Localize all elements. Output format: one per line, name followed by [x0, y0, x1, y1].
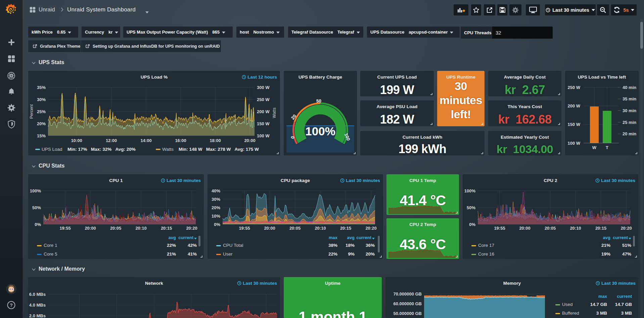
svg-text:100%: 100% — [464, 188, 476, 193]
svg-text:16:00: 16:00 — [175, 138, 186, 143]
svg-text:3 MB: 3 MB — [596, 311, 607, 316]
svg-text:20 min: 20 min — [623, 131, 636, 136]
svg-text:22%: 22% — [167, 243, 176, 248]
svg-text:25%: 25% — [37, 109, 46, 114]
svg-text:10%: 10% — [212, 214, 220, 219]
svg-text:avg: avg — [603, 235, 610, 240]
svg-text:36%: 36% — [366, 243, 375, 248]
svg-text:20:00: 20:00 — [244, 138, 255, 143]
svg-text:40%: 40% — [212, 188, 220, 193]
svg-text:20:20: 20:20 — [186, 226, 197, 231]
svg-text:50: 50 — [316, 98, 321, 103]
svg-text:20:10: 20:10 — [570, 226, 581, 231]
svg-text:100%: 100% — [305, 125, 335, 138]
svg-text:9%: 9% — [348, 252, 355, 257]
svg-text:250 W: 250 W — [567, 85, 580, 90]
svg-text:100%: 100% — [30, 188, 41, 193]
svg-text:T: T — [606, 145, 608, 150]
svg-text:6.0 MBs: 6.0 MBs — [29, 292, 46, 297]
svg-text:20%: 20% — [37, 121, 46, 126]
svg-text:20:05: 20:05 — [110, 226, 121, 231]
svg-text:12:00: 12:00 — [106, 138, 117, 143]
svg-text:Core 16: Core 16 — [478, 252, 494, 257]
svg-text:Percent: Percent — [29, 104, 34, 119]
svg-text:current: current — [178, 235, 193, 240]
svg-text:current: current — [613, 235, 628, 240]
svg-text:Min: 148 W Max: 278 W Avg:: Min: 148 W Max: 278 W Avg: 175 W — [179, 147, 259, 152]
svg-text:avg: avg — [169, 235, 176, 240]
svg-text:18%: 18% — [346, 243, 355, 248]
svg-text:20:15: 20:15 — [161, 226, 172, 231]
svg-text:19%: 19% — [601, 252, 610, 257]
svg-text:15%: 15% — [37, 133, 46, 138]
svg-text:19:55: 19:55 — [59, 226, 71, 231]
svg-text:20:20: 20:20 — [620, 226, 632, 231]
svg-text:14:00: 14:00 — [140, 138, 151, 143]
svg-text:3 MB: 3 MB — [621, 311, 632, 316]
svg-text:19:55: 19:55 — [494, 226, 505, 231]
svg-text:4.0 MBs: 4.0 MBs — [29, 303, 46, 308]
svg-text:300 W: 300 W — [257, 85, 270, 90]
svg-text:22%: 22% — [328, 252, 337, 257]
svg-text:?: ? — [10, 303, 13, 308]
svg-text:47%: 47% — [622, 252, 631, 257]
svg-text:Watts: Watts — [272, 107, 277, 118]
svg-text:38%: 38% — [328, 243, 337, 248]
svg-text:2.0 MBs: 2.0 MBs — [29, 313, 46, 318]
svg-text:20:15: 20:15 — [595, 226, 606, 231]
svg-text:200 W: 200 W — [257, 109, 270, 114]
svg-text:50.000000 GB: 50.000000 GB — [393, 311, 422, 316]
svg-text:avg: avg — [347, 235, 355, 240]
svg-text:0%: 0% — [469, 222, 475, 227]
svg-text:UPS Load: UPS Load — [42, 147, 62, 152]
svg-text:max: max — [598, 294, 607, 299]
svg-text:42%: 42% — [188, 243, 197, 248]
svg-text:Core 17: Core 17 — [478, 243, 494, 248]
svg-text:current: current — [617, 294, 632, 299]
svg-text:0%: 0% — [35, 222, 41, 227]
svg-text:20:05: 20:05 — [289, 226, 301, 231]
svg-text:20:00: 20:00 — [85, 226, 96, 231]
svg-text:Used: Used — [562, 302, 573, 307]
svg-text:current: current — [356, 235, 371, 240]
svg-text:Core 1: Core 1 — [44, 243, 57, 248]
svg-text:100 W: 100 W — [257, 133, 270, 138]
svg-text:51%: 51% — [622, 243, 631, 248]
svg-text:41%: 41% — [188, 252, 197, 257]
svg-text:Watts: Watts — [162, 147, 174, 152]
svg-text:50%: 50% — [32, 205, 41, 210]
svg-text:W: W — [592, 145, 597, 150]
svg-text:18:00: 18:00 — [210, 138, 221, 143]
svg-text:10:00: 10:00 — [71, 138, 82, 143]
svg-text:40 min: 40 min — [623, 85, 636, 90]
svg-text:150 W: 150 W — [257, 121, 270, 126]
svg-text:CPU Total: CPU Total — [223, 243, 243, 248]
svg-text:60.000000 GB: 60.000000 GB — [393, 301, 422, 306]
svg-text:Buffered: Buffered — [562, 311, 579, 316]
svg-text:14.7 GB: 14.7 GB — [590, 302, 607, 307]
svg-text:21%: 21% — [167, 252, 176, 257]
svg-text:30%: 30% — [212, 197, 220, 202]
svg-text:max: max — [329, 235, 338, 240]
svg-text:20%: 20% — [212, 205, 220, 210]
svg-text:200 W: 200 W — [567, 103, 580, 108]
svg-text:35 min: 35 min — [623, 96, 636, 101]
svg-text:100 W: 100 W — [567, 141, 580, 146]
svg-text:30 min: 30 min — [623, 108, 636, 113]
svg-text:Min: 17% Max: 32% Avg: 20%: Min: 17% Max: 32% Avg: 20% — [67, 147, 136, 152]
svg-text:25 min: 25 min — [623, 120, 636, 125]
svg-text:20:15: 20:15 — [340, 226, 351, 231]
svg-text:150 W: 150 W — [567, 122, 580, 127]
svg-text:14.7 GB: 14.7 GB — [615, 302, 632, 307]
svg-text:21%: 21% — [601, 243, 610, 248]
svg-text:50%: 50% — [467, 205, 475, 210]
svg-text:30%: 30% — [37, 97, 46, 102]
svg-text:20:10: 20:10 — [135, 226, 146, 231]
svg-text:19:55: 19:55 — [239, 226, 250, 231]
svg-text:20:05: 20:05 — [545, 226, 556, 231]
svg-text:Core 5: Core 5 — [44, 252, 57, 257]
svg-text:0%: 0% — [214, 222, 220, 227]
svg-text:70.000000 GB: 70.000000 GB — [393, 291, 422, 297]
svg-text:20:00: 20:00 — [519, 226, 530, 231]
svg-text:20:10: 20:10 — [315, 226, 326, 231]
